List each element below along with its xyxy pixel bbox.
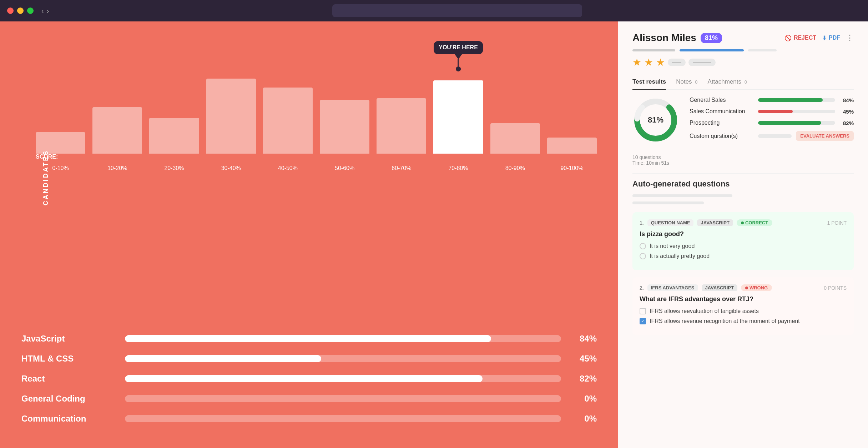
address-bar[interactable]: [332, 4, 582, 17]
question-card-1: 2.IFRS ADVANTAGESJAVASCRIPTWRONG0 POINTS…: [632, 277, 854, 335]
evaluate-answers-button[interactable]: EVALUATE ANSWERS: [796, 131, 854, 141]
progress-bar-1: [632, 49, 675, 51]
star-3[interactable]: ★: [656, 56, 665, 68]
skill-pct-4: 0%: [572, 414, 597, 424]
candidate-header: Alisson Miles 81% 🚫 REJECT ⬇ PDF ⋮: [632, 32, 854, 44]
x-label-3: 30-40%: [206, 165, 256, 171]
donut-label: 81%: [648, 115, 663, 125]
metrics-list: General Sales84%Sales Communication45%Pr…: [690, 97, 854, 146]
option-text-0-1: It is actually pretty good: [650, 253, 710, 259]
skill-name-4: Communication: [21, 414, 114, 424]
test-info: 10 questions Time: 10min 51s: [632, 154, 854, 166]
sub-bar-2: [632, 201, 704, 204]
skill-bar-fill-1: [125, 355, 321, 362]
metric-bar-fill-0: [758, 98, 823, 102]
bar-col-2: [149, 118, 199, 154]
bar-col-0: [36, 132, 85, 154]
x-label-2: 20-30%: [149, 165, 199, 171]
stars-row: ★ ★ ★ —— ————: [632, 56, 854, 68]
auto-gen-sub-bars: [632, 194, 854, 206]
question-option-1-0[interactable]: IFRS allows reevaluation of tangible ass…: [640, 308, 847, 314]
star-1[interactable]: ★: [632, 56, 641, 68]
metric-name-2: Prospecting: [690, 120, 754, 126]
question-tech-tag-1: JAVASCRIPT: [702, 284, 737, 291]
bar-7: YOU'RE HERE: [433, 80, 483, 154]
forward-button[interactable]: ›: [47, 7, 49, 15]
skill-name-2: React: [21, 374, 114, 384]
question-header-0: 1.QUESTION NAMEJAVASCRIPTCORRECT1 POINT: [640, 219, 847, 226]
minimize-button[interactable]: [17, 8, 24, 14]
nav-arrows: ‹ ›: [41, 7, 49, 15]
rating-pill-1: ——: [668, 59, 686, 66]
divider-1: [632, 173, 854, 174]
tab-test-results[interactable]: Test results: [632, 75, 666, 90]
titlebar: ‹ ›: [0, 0, 868, 21]
metric-row-1: Sales Communication45%: [690, 108, 854, 115]
score-label: SCORE:: [21, 154, 597, 160]
metric-name-3: Custom qurstion(s): [690, 133, 754, 139]
question-option-0-0[interactable]: It is not very good: [640, 243, 847, 249]
progress-bar-2: [680, 49, 744, 51]
skill-row-0: JavaScript84%: [21, 334, 597, 344]
tab-notes[interactable]: Notes 0: [676, 75, 697, 90]
you-are-here-pointer: [455, 54, 462, 59]
bar-col-7: YOU'RE HERE: [433, 80, 483, 154]
x-label-8: 80-90%: [490, 165, 540, 171]
close-button[interactable]: [7, 8, 14, 14]
pdf-button[interactable]: ⬇ PDF: [822, 35, 840, 41]
reject-button[interactable]: 🚫 REJECT: [784, 35, 816, 41]
skill-bar-bg-2: [125, 375, 561, 382]
skill-row-1: HTML & CSS45%: [21, 354, 597, 364]
score-badge: 81%: [701, 33, 722, 43]
skill-bar-fill-2: [125, 375, 483, 382]
skill-bar-fill-0: [125, 335, 491, 342]
more-options-button[interactable]: ⋮: [846, 33, 854, 43]
question-name-tag-1: IFRS ADVANTAGES: [647, 284, 698, 291]
skill-bar-bg-4: [125, 415, 561, 422]
checkbox-icon: [640, 308, 646, 314]
back-button[interactable]: ‹: [41, 7, 44, 15]
x-label-1: 10-20%: [92, 165, 142, 171]
x-label-7: 70-80%: [433, 165, 483, 171]
question-title-1: What are IFRS advantages over RTJ?: [640, 295, 847, 303]
x-axis: 0-10%10-20%20-30%30-40%40-50%50-60%60-70…: [21, 165, 597, 171]
x-label-6: 60-70%: [377, 165, 426, 171]
bar-1: [92, 107, 142, 154]
question-status-0: CORRECT: [737, 219, 772, 226]
main-content: CANDIDATES YOU'RE HERE SCORE: 0-10%10-20…: [0, 21, 868, 448]
metric-pct-2: 82%: [839, 120, 854, 126]
tab-attachments[interactable]: Attachments 0: [708, 75, 747, 90]
x-label-9: 90-100%: [547, 165, 597, 171]
skill-row-4: Communication0%: [21, 414, 597, 424]
progress-bar-3: [748, 49, 777, 51]
left-panel: CANDIDATES YOU'RE HERE SCORE: 0-10%10-20…: [0, 21, 618, 448]
right-panel[interactable]: Alisson Miles 81% 🚫 REJECT ⬇ PDF ⋮: [618, 21, 868, 448]
skill-row-3: General Coding0%: [21, 394, 597, 404]
metric-row-0: General Sales84%: [690, 97, 854, 103]
bar-2: [149, 118, 199, 154]
candidate-name: Alisson Miles: [632, 32, 696, 44]
metric-bar-bg-3: [758, 134, 792, 138]
you-are-here-bubble: YOU'RE HERE: [434, 41, 483, 54]
bar-col-9: [547, 138, 597, 154]
metric-bar-fill-2: [758, 121, 821, 125]
question-option-0-1[interactable]: It is actually pretty good: [640, 253, 847, 259]
metric-bar-fill-1: [758, 110, 793, 113]
question-option-1-1[interactable]: ✓IFRS allows revenue recognition at the …: [640, 318, 847, 324]
option-text-1-1: IFRS allows revenue recognition at the m…: [650, 318, 800, 324]
question-card-0: 1.QUESTION NAMEJAVASCRIPTCORRECT1 POINTI…: [632, 212, 854, 270]
skill-bar-bg-1: [125, 355, 561, 362]
pdf-icon: ⬇: [822, 35, 827, 41]
star-2[interactable]: ★: [644, 56, 653, 68]
chart-container: CANDIDATES YOU'RE HERE SCORE: 0-10%10-20…: [21, 39, 597, 316]
you-are-here-tail: [458, 59, 459, 66]
maximize-button[interactable]: [27, 8, 34, 14]
rating-labels: —— ————: [668, 59, 716, 66]
skill-pct-2: 82%: [572, 374, 597, 384]
question-tech-tag-0: JAVASCRIPT: [697, 219, 733, 226]
metric-pct-1: 45%: [839, 109, 854, 115]
donut-chart: 81%: [632, 97, 679, 143]
header-actions: 🚫 REJECT ⬇ PDF ⋮: [784, 33, 854, 43]
candidates-axis-label: CANDIDATES: [42, 150, 50, 206]
radio-icon: [640, 253, 646, 259]
